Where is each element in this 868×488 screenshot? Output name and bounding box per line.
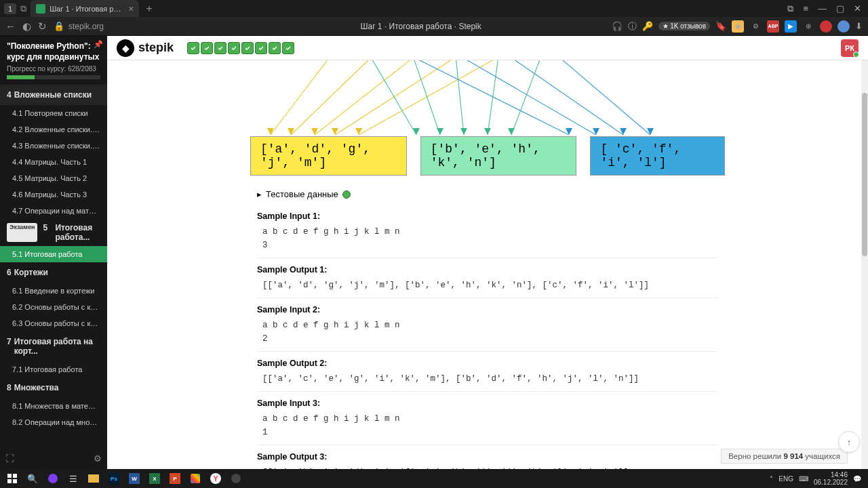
diagram-box-1: ['a', 'd', 'g', 'j', 'm']	[250, 136, 407, 176]
window-maximize-icon[interactable]: ▢	[836, 3, 844, 14]
sample-input-2: a b c d e f g h i j k l m n 2	[257, 317, 718, 352]
task-app-3[interactable]	[186, 470, 205, 487]
ext-icon-6[interactable]	[837, 20, 850, 33]
headphones-icon[interactable]: 🎧	[612, 21, 623, 31]
ext-abp-icon[interactable]: ABP	[767, 20, 779, 33]
sample-output-3: [['a', 'b', 'c', 'd', 'e', 'f', 'g', 'h'…	[257, 464, 718, 469]
settings-icon[interactable]: ⚙	[94, 453, 102, 464]
shield-icon[interactable]: ◐	[22, 20, 31, 33]
svg-line-3	[335, 60, 488, 135]
browser-tab[interactable]: Шаг 1 · Итоговая рабо... ×	[31, 0, 139, 17]
tray-chevron-icon[interactable]: ˄	[770, 475, 773, 483]
task-explorer[interactable]	[84, 470, 103, 487]
nav-item-4-6[interactable]: 4.6 Матрицы. Часть 3	[0, 186, 107, 203]
svg-marker-23	[508, 128, 515, 135]
scroll-top-button[interactable]: ↑	[838, 431, 860, 453]
tray-keyboard-icon[interactable]: ⌨	[799, 475, 808, 483]
sample-output-1-label: Sample Output 1:	[257, 261, 718, 277]
diagram: ['a', 'd', 'g', 'j', 'm'] ['b', 'e', 'h'…	[250, 60, 725, 176]
sample-input-3: a b c d e f g h i j k l m n 1	[257, 411, 718, 445]
task-photoshop[interactable]: Ps	[104, 470, 123, 487]
logo[interactable]: ◆ stepik	[117, 39, 174, 57]
new-tab-button[interactable]: +	[146, 3, 152, 15]
pip-icon[interactable]: ⧉	[787, 3, 793, 14]
nav-item-4-4[interactable]: 4.4 Матрицы. Часть 1	[0, 154, 107, 170]
nav-item-6-1[interactable]: 6.1 Введение в кортежи	[0, 283, 107, 299]
nav-item-5-1[interactable]: 5.1 Итоговая работа	[0, 246, 107, 262]
ext-icon-4[interactable]: ⊕	[802, 20, 814, 33]
solved-banner: Верно решили 9 914 учащихся	[721, 449, 848, 464]
tab-close-icon[interactable]: ×	[128, 3, 134, 14]
status-dot-green	[342, 190, 351, 199]
nav-item-4-5[interactable]: 4.5 Матрицы. Часть 2	[0, 170, 107, 186]
task-yandex[interactable]: Y	[206, 470, 225, 487]
section-6[interactable]: 6 Кортежи	[0, 262, 107, 283]
task-app-4[interactable]	[226, 470, 245, 487]
ext-icon-1[interactable]: ◉	[732, 20, 744, 33]
tray-lang[interactable]: ENG	[778, 475, 793, 483]
start-button[interactable]	[3, 470, 22, 487]
nav-item-8-1[interactable]: 8.1 Множества в математ...	[0, 398, 107, 414]
scrollbar[interactable]	[861, 60, 868, 469]
task-excel[interactable]: X	[145, 470, 164, 487]
window-minimize-icon[interactable]: —	[818, 3, 827, 14]
user-avatar[interactable]: РК	[841, 39, 859, 57]
nav-item-4-1[interactable]: 4.1 Повторяем списки	[0, 105, 107, 121]
sample-output-3-label: Sample Output 3:	[257, 448, 718, 464]
nav-item-6-2[interactable]: 6.2 Основы работы с корт...	[0, 299, 107, 315]
nav-item-4-2[interactable]: 4.2 Вложенные списки. Ча...	[0, 121, 107, 138]
step-3[interactable]	[214, 42, 226, 54]
new-tab-mini-icon[interactable]: ⧉	[20, 3, 26, 14]
svg-line-0	[271, 60, 345, 135]
bookmark-icon[interactable]: 🔖	[715, 21, 726, 31]
step-4[interactable]	[228, 42, 240, 54]
svg-marker-22	[484, 128, 491, 135]
ext-icon-3[interactable]: ▶	[785, 20, 797, 33]
url-box[interactable]: 🔒 stepik.org	[54, 21, 230, 31]
test-data-toggle[interactable]: ▸ Тестовые данные	[257, 189, 718, 199]
pin-icon[interactable]: 📌	[94, 40, 103, 49]
nav-item-7-1[interactable]: 7.1 Итоговая работа	[0, 361, 107, 378]
tray-clock[interactable]: 14:46 06.12.2022	[814, 471, 848, 486]
translate-icon[interactable]: ⓘ	[628, 20, 637, 33]
step-5[interactable]	[241, 42, 254, 54]
tray-notifications-icon[interactable]: 💬	[853, 475, 861, 483]
search-icon[interactable]: 🔍	[23, 470, 42, 487]
nav-item-6-3[interactable]: 6.3 Основы работы с корт...	[0, 315, 107, 331]
svg-marker-21	[460, 128, 467, 135]
step-1[interactable]	[187, 42, 199, 54]
reviews-badge[interactable]: ★ 1K отзывов	[658, 22, 710, 30]
reload-icon[interactable]: ↻	[38, 20, 47, 33]
downloads-icon[interactable]: ⬇	[855, 21, 863, 31]
step-7[interactable]	[269, 42, 281, 54]
svg-line-2	[315, 60, 440, 135]
svg-line-1	[291, 60, 393, 135]
window-close-icon[interactable]: ✕	[854, 3, 861, 14]
ext-icon-5[interactable]	[820, 20, 832, 33]
task-word[interactable]: W	[125, 470, 144, 487]
section-8[interactable]: 8 Множества	[0, 378, 107, 398]
logo-icon: ◆	[117, 39, 134, 57]
nav-item-8-2[interactable]: 8.2 Операции над множес...	[0, 414, 107, 430]
menu-icon[interactable]: ≡	[803, 3, 808, 14]
step-2[interactable]	[201, 42, 213, 54]
section-5[interactable]: Экзамен5 Итоговая работа...	[0, 219, 107, 246]
svg-marker-27	[647, 128, 654, 135]
key-icon[interactable]: 🔑	[642, 21, 653, 31]
nav-item-4-7[interactable]: 4.7 Операции над матрица...	[0, 203, 107, 219]
nav-item-4-3[interactable]: 4.3 Вложенные списки. Ча...	[0, 138, 107, 154]
caret-right-icon: ▸	[257, 189, 262, 199]
task-app-1[interactable]	[43, 470, 62, 487]
page-title: Шаг 1 · Итоговая работа · Stepik	[237, 22, 605, 31]
section-4[interactable]: 4 Вложенные списки	[0, 85, 107, 105]
step-8[interactable]	[282, 42, 294, 54]
tab-counter[interactable]: 1	[4, 3, 16, 14]
svg-rect-31	[13, 479, 17, 483]
back-icon[interactable]: ←	[5, 20, 16, 32]
fullscreen-icon[interactable]: ⛶	[5, 453, 14, 464]
step-6[interactable]	[255, 42, 267, 54]
task-powerpoint[interactable]: P	[165, 470, 184, 487]
section-7[interactable]: 7 Итоговая работа на корт...	[0, 331, 107, 361]
task-app-2[interactable]: ☰	[64, 470, 83, 487]
ext-icon-2[interactable]: ⚙	[749, 20, 762, 33]
